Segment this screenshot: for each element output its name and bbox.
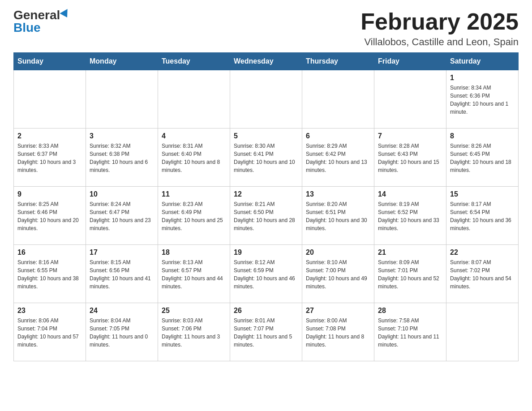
calendar-day-cell — [158, 70, 230, 128]
page-header: General Blue February 2025 Villalobos, C… — [13, 9, 519, 48]
calendar-week-row: 1Sunrise: 8:34 AM Sunset: 6:36 PM Daylig… — [14, 70, 519, 128]
calendar-day-cell: 11Sunrise: 8:23 AM Sunset: 6:49 PM Dayli… — [158, 187, 230, 245]
logo-general: General — [13, 8, 70, 22]
calendar-day-cell: 19Sunrise: 8:12 AM Sunset: 6:59 PM Dayli… — [230, 245, 302, 303]
calendar-day-cell — [86, 70, 158, 128]
day-info: Sunrise: 8:25 AM Sunset: 6:46 PM Dayligh… — [17, 200, 82, 232]
days-of-week-row: SundayMondayTuesdayWednesdayThursdayFrid… — [14, 53, 519, 70]
calendar-day-cell: 16Sunrise: 8:16 AM Sunset: 6:55 PM Dayli… — [14, 245, 86, 303]
day-number: 15 — [450, 190, 515, 198]
day-number: 8 — [450, 132, 515, 140]
logo-blue: Blue — [13, 21, 41, 34]
day-number: 9 — [17, 190, 82, 198]
day-of-week-header: Saturday — [446, 53, 519, 70]
calendar-day-cell: 18Sunrise: 8:13 AM Sunset: 6:57 PM Dayli… — [158, 245, 230, 303]
day-info: Sunrise: 8:33 AM Sunset: 6:37 PM Dayligh… — [17, 142, 82, 174]
calendar-week-row: 23Sunrise: 8:06 AM Sunset: 7:04 PM Dayli… — [14, 303, 519, 361]
day-number: 5 — [234, 132, 298, 140]
calendar-day-cell: 10Sunrise: 8:24 AM Sunset: 6:47 PM Dayli… — [86, 187, 158, 245]
day-info: Sunrise: 8:31 AM Sunset: 6:40 PM Dayligh… — [162, 142, 226, 174]
day-info: Sunrise: 8:09 AM Sunset: 7:01 PM Dayligh… — [378, 258, 442, 291]
day-info: Sunrise: 8:15 AM Sunset: 6:56 PM Dayligh… — [90, 258, 154, 291]
calendar-table: SundayMondayTuesdayWednesdayThursdayFrid… — [13, 52, 519, 361]
day-number: 23 — [17, 307, 82, 315]
day-of-week-header: Tuesday — [158, 53, 230, 70]
day-number: 7 — [378, 132, 442, 140]
day-info: Sunrise: 8:03 AM Sunset: 7:06 PM Dayligh… — [162, 317, 226, 349]
day-number: 27 — [306, 307, 370, 315]
day-info: Sunrise: 8:07 AM Sunset: 7:02 PM Dayligh… — [450, 258, 515, 291]
calendar-day-cell — [14, 70, 86, 128]
calendar-day-cell: 2Sunrise: 8:33 AM Sunset: 6:37 PM Daylig… — [14, 128, 86, 187]
day-info: Sunrise: 8:12 AM Sunset: 6:59 PM Dayligh… — [234, 258, 298, 291]
calendar-day-cell: 4Sunrise: 8:31 AM Sunset: 6:40 PM Daylig… — [158, 128, 230, 187]
calendar-day-cell: 15Sunrise: 8:17 AM Sunset: 6:54 PM Dayli… — [446, 187, 519, 245]
day-info: Sunrise: 8:34 AM Sunset: 6:36 PM Dayligh… — [450, 84, 515, 116]
day-info: Sunrise: 8:20 AM Sunset: 6:51 PM Dayligh… — [306, 200, 370, 232]
calendar-day-cell: 6Sunrise: 8:29 AM Sunset: 6:42 PM Daylig… — [302, 128, 374, 187]
calendar-week-row: 16Sunrise: 8:16 AM Sunset: 6:55 PM Dayli… — [14, 245, 519, 303]
day-number: 24 — [90, 307, 154, 315]
month-title: February 2025 — [360, 9, 519, 34]
calendar-day-cell: 9Sunrise: 8:25 AM Sunset: 6:46 PM Daylig… — [14, 187, 86, 245]
day-info: Sunrise: 8:01 AM Sunset: 7:07 PM Dayligh… — [234, 317, 298, 349]
logo-triangle-icon — [60, 9, 71, 20]
calendar-day-cell: 27Sunrise: 8:00 AM Sunset: 7:08 PM Dayli… — [302, 303, 374, 361]
calendar-day-cell: 24Sunrise: 8:04 AM Sunset: 7:05 PM Dayli… — [86, 303, 158, 361]
calendar-day-cell: 26Sunrise: 8:01 AM Sunset: 7:07 PM Dayli… — [230, 303, 302, 361]
calendar-day-cell — [302, 70, 374, 128]
title-block: February 2025 Villalobos, Castille and L… — [360, 9, 519, 48]
day-of-week-header: Wednesday — [230, 53, 302, 70]
day-number: 3 — [90, 132, 154, 140]
day-info: Sunrise: 8:06 AM Sunset: 7:04 PM Dayligh… — [17, 317, 82, 349]
day-number: 21 — [378, 248, 442, 257]
calendar-day-cell: 12Sunrise: 8:21 AM Sunset: 6:50 PM Dayli… — [230, 187, 302, 245]
calendar-header: SundayMondayTuesdayWednesdayThursdayFrid… — [14, 53, 519, 70]
calendar-day-cell — [374, 70, 446, 128]
day-info: Sunrise: 8:13 AM Sunset: 6:57 PM Dayligh… — [162, 258, 226, 291]
calendar-day-cell: 1Sunrise: 8:34 AM Sunset: 6:36 PM Daylig… — [446, 70, 519, 128]
day-number: 26 — [234, 307, 298, 315]
calendar-body: 1Sunrise: 8:34 AM Sunset: 6:36 PM Daylig… — [14, 70, 519, 361]
day-number: 10 — [90, 190, 154, 198]
logo-blue-text: Blue — [13, 21, 41, 34]
day-number: 6 — [306, 132, 370, 140]
day-info: Sunrise: 8:32 AM Sunset: 6:38 PM Dayligh… — [90, 142, 154, 174]
day-number: 4 — [162, 132, 226, 140]
day-number: 17 — [90, 248, 154, 257]
calendar-day-cell: 23Sunrise: 8:06 AM Sunset: 7:04 PM Dayli… — [14, 303, 86, 361]
day-number: 13 — [306, 190, 370, 198]
day-number: 19 — [234, 248, 298, 257]
calendar-day-cell: 28Sunrise: 7:58 AM Sunset: 7:10 PM Dayli… — [374, 303, 446, 361]
day-info: Sunrise: 8:16 AM Sunset: 6:55 PM Dayligh… — [17, 258, 82, 291]
day-info: Sunrise: 8:04 AM Sunset: 7:05 PM Dayligh… — [90, 317, 154, 349]
day-number: 2 — [17, 132, 82, 140]
calendar-day-cell — [230, 70, 302, 128]
logo: General Blue — [13, 9, 70, 34]
day-number: 1 — [450, 74, 515, 82]
calendar-day-cell: 25Sunrise: 8:03 AM Sunset: 7:06 PM Dayli… — [158, 303, 230, 361]
day-number: 11 — [162, 190, 226, 198]
day-info: Sunrise: 8:00 AM Sunset: 7:08 PM Dayligh… — [306, 317, 370, 349]
calendar-week-row: 9Sunrise: 8:25 AM Sunset: 6:46 PM Daylig… — [14, 187, 519, 245]
day-info: Sunrise: 8:26 AM Sunset: 6:45 PM Dayligh… — [450, 142, 515, 174]
day-info: Sunrise: 8:30 AM Sunset: 6:41 PM Dayligh… — [234, 142, 298, 174]
day-info: Sunrise: 8:17 AM Sunset: 6:54 PM Dayligh… — [450, 200, 515, 232]
calendar-day-cell: 21Sunrise: 8:09 AM Sunset: 7:01 PM Dayli… — [374, 245, 446, 303]
calendar-day-cell: 3Sunrise: 8:32 AM Sunset: 6:38 PM Daylig… — [86, 128, 158, 187]
day-info: Sunrise: 8:29 AM Sunset: 6:42 PM Dayligh… — [306, 142, 370, 174]
calendar-day-cell: 20Sunrise: 8:10 AM Sunset: 7:00 PM Dayli… — [302, 245, 374, 303]
calendar-day-cell: 17Sunrise: 8:15 AM Sunset: 6:56 PM Dayli… — [86, 245, 158, 303]
calendar-day-cell: 22Sunrise: 8:07 AM Sunset: 7:02 PM Dayli… — [446, 245, 519, 303]
calendar-day-cell: 8Sunrise: 8:26 AM Sunset: 6:45 PM Daylig… — [446, 128, 519, 187]
day-info: Sunrise: 8:24 AM Sunset: 6:47 PM Dayligh… — [90, 200, 154, 232]
logo-text: General — [13, 9, 70, 21]
calendar-day-cell: 7Sunrise: 8:28 AM Sunset: 6:43 PM Daylig… — [374, 128, 446, 187]
day-number: 25 — [162, 307, 226, 315]
day-number: 12 — [234, 190, 298, 198]
day-info: Sunrise: 8:10 AM Sunset: 7:00 PM Dayligh… — [306, 258, 370, 291]
day-of-week-header: Monday — [86, 53, 158, 70]
day-number: 22 — [450, 248, 515, 257]
day-info: Sunrise: 8:23 AM Sunset: 6:49 PM Dayligh… — [162, 200, 226, 232]
day-info: Sunrise: 8:28 AM Sunset: 6:43 PM Dayligh… — [378, 142, 442, 174]
